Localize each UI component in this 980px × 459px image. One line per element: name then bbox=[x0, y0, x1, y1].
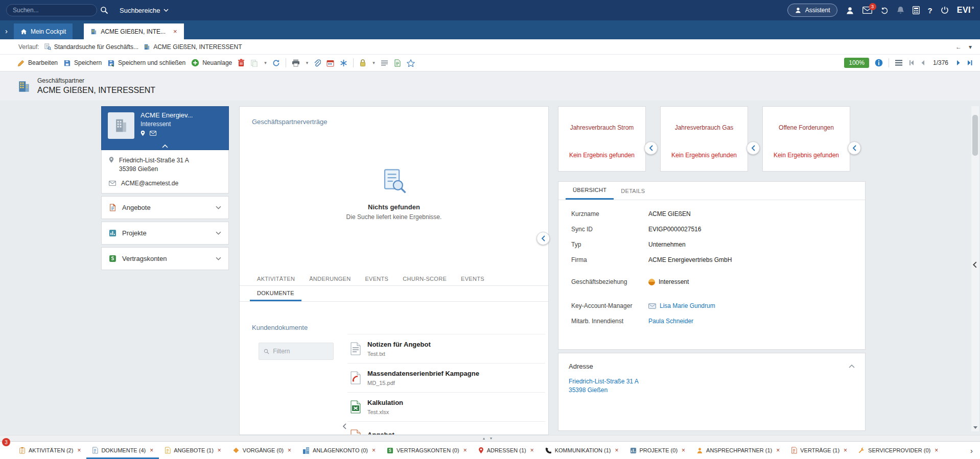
process-icon[interactable] bbox=[340, 59, 347, 67]
close-icon[interactable]: × bbox=[173, 28, 177, 35]
horizontal-scrollbar[interactable]: ▴ ▾ bbox=[0, 435, 980, 441]
breadcrumb-item-search[interactable]: Standardsuche für Geschäfts... bbox=[44, 43, 138, 51]
green-doc-icon[interactable] bbox=[394, 59, 401, 67]
filter-input[interactable] bbox=[273, 348, 329, 355]
favorite-star-icon[interactable] bbox=[407, 59, 415, 67]
kpi-prev-button[interactable] bbox=[644, 141, 658, 155]
zoom-badge[interactable]: 100% bbox=[844, 58, 869, 68]
chevron-down-icon[interactable]: ▾ bbox=[306, 60, 309, 65]
chevron-down-icon[interactable] bbox=[216, 257, 221, 260]
bottom-tab-vertragskonten[interactable]: VERTRAGSKONTEN (0) × bbox=[381, 442, 473, 459]
list-collapse-chevron-icon[interactable] bbox=[342, 423, 346, 429]
delete-icon[interactable] bbox=[238, 59, 245, 67]
kpi-prev-button[interactable] bbox=[746, 141, 760, 155]
close-icon[interactable]: × bbox=[615, 447, 618, 454]
bottom-tab-overflow-icon[interactable]: › bbox=[963, 442, 980, 459]
list-icon[interactable] bbox=[381, 60, 388, 66]
tab-details[interactable]: DETAILS bbox=[614, 182, 652, 200]
document-row[interactable]: Massendatenserienbrief Kampagne MD_15.pd… bbox=[347, 364, 545, 393]
chevron-down-icon[interactable]: ▾ bbox=[264, 60, 267, 65]
bell-icon[interactable] bbox=[897, 6, 904, 14]
close-icon[interactable]: × bbox=[218, 447, 221, 454]
bottom-tab-ansprechpartner[interactable]: ANSPRECHPARTNER (1) × bbox=[691, 442, 785, 459]
next-record-icon[interactable] bbox=[956, 60, 961, 66]
bottom-tab-aktivitaeten[interactable]: AKTIVITÄTEN (2) × bbox=[13, 442, 86, 459]
tab-aktivitaeten[interactable]: AKTIVITÄTEN bbox=[250, 272, 302, 285]
mail-icon[interactable] bbox=[150, 131, 156, 136]
bottom-tab-projekte[interactable]: PROJEKTE (0) × bbox=[624, 442, 691, 459]
splitter-down-icon[interactable]: ▾ bbox=[490, 436, 492, 441]
search-icon[interactable] bbox=[100, 6, 108, 14]
panel-collapse-button[interactable] bbox=[536, 232, 550, 245]
tab-dokumente[interactable]: DOKUMENTE bbox=[250, 286, 301, 301]
right-edge-expander-icon[interactable] bbox=[972, 261, 977, 268]
mail-icon[interactable]: 3 bbox=[862, 7, 872, 14]
tab-current-record[interactable]: ACME GIEßEN, INTE... × bbox=[84, 23, 183, 39]
close-icon[interactable]: × bbox=[77, 447, 81, 454]
address-link-line1[interactable]: Friedrich-List-Straße 31 A bbox=[569, 377, 855, 386]
splitter-up-icon[interactable]: ▴ bbox=[483, 436, 485, 441]
save-close-button[interactable]: Speichern und schließen bbox=[107, 59, 185, 67]
redo-icon[interactable] bbox=[880, 7, 889, 14]
tab-events[interactable]: EVENTS bbox=[358, 272, 395, 285]
section-vertragskonten[interactable]: Vertragskonten bbox=[101, 247, 229, 270]
close-icon[interactable]: × bbox=[288, 447, 291, 454]
bottom-tab-kommunikation[interactable]: KOMMUNIKATION (1) × bbox=[540, 442, 624, 459]
close-icon[interactable]: × bbox=[844, 447, 847, 454]
create-button[interactable]: Neuanlage bbox=[191, 59, 232, 67]
kpi-prev-button[interactable] bbox=[848, 141, 861, 155]
calculator-icon[interactable] bbox=[913, 6, 920, 14]
help-icon[interactable]: ? bbox=[928, 6, 932, 15]
collapse-card-chevron-icon[interactable] bbox=[162, 144, 168, 148]
vertical-scrollbar[interactable] bbox=[971, 106, 979, 431]
scrollbar-thumb[interactable] bbox=[972, 115, 978, 156]
section-angebote[interactable]: Angebote bbox=[101, 196, 229, 219]
refresh-icon[interactable] bbox=[272, 59, 280, 67]
chevron-down-icon[interactable] bbox=[216, 206, 221, 209]
close-icon[interactable]: × bbox=[150, 447, 153, 454]
bottom-tab-anlagenkonto[interactable]: ANLAGENKONTO (0) × bbox=[297, 442, 381, 459]
close-icon[interactable]: × bbox=[776, 447, 780, 454]
bottom-tab-vorgaenge[interactable]: VORGÄNGE (0) × bbox=[227, 442, 297, 459]
close-icon[interactable]: × bbox=[682, 447, 685, 454]
chevron-down-icon[interactable]: ▾ bbox=[969, 43, 972, 51]
search-areas-dropdown[interactable]: Suchbereiche bbox=[120, 7, 169, 14]
document-row[interactable]: Notizen für Angebot Test.txt bbox=[347, 334, 545, 364]
bottom-tab-adressen[interactable]: ADRESSEN (1) × bbox=[473, 442, 540, 459]
innendienst-link[interactable]: Paula Schneider bbox=[648, 318, 693, 325]
tab-uebersicht[interactable]: ÜBERSICHT bbox=[566, 182, 614, 200]
lock-icon[interactable] bbox=[359, 59, 366, 67]
bottom-tab-vertraege[interactable]: VERTRÄGE (1) × bbox=[785, 442, 853, 459]
scroll-up-arrow[interactable] bbox=[971, 106, 979, 114]
attachment-icon[interactable] bbox=[314, 59, 321, 67]
prev-record-icon[interactable] bbox=[920, 60, 925, 66]
location-pin-icon[interactable] bbox=[141, 130, 145, 136]
close-icon[interactable]: × bbox=[372, 447, 376, 454]
menu-icon[interactable] bbox=[895, 60, 903, 66]
info-icon[interactable] bbox=[875, 59, 883, 67]
tab-aenderungen[interactable]: ÄNDERUNGEN bbox=[302, 272, 358, 285]
bottom-tab-serviceprovider[interactable]: SERVICEPROVIDER (0) × bbox=[853, 442, 944, 459]
print-icon[interactable] bbox=[292, 59, 300, 67]
last-record-icon[interactable] bbox=[967, 60, 973, 66]
assistant-button[interactable]: Assistent bbox=[787, 4, 837, 17]
collapse-chevron-icon[interactable] bbox=[849, 365, 855, 368]
user-icon[interactable] bbox=[846, 6, 854, 15]
back-arrow-icon[interactable]: ← bbox=[955, 43, 962, 51]
key-account-manager-link[interactable]: Lisa Marie Gundrum bbox=[660, 302, 715, 309]
duplicate-icon[interactable] bbox=[250, 59, 258, 67]
tab-events-2[interactable]: EVENTS bbox=[454, 272, 492, 285]
chevron-down-icon[interactable]: ▾ bbox=[372, 60, 375, 65]
bottom-tab-dokumente[interactable]: DOKUMENTE (4) × bbox=[86, 442, 159, 459]
tab-mein-cockpit[interactable]: Mein Cockpit bbox=[14, 23, 73, 39]
edit-button[interactable]: Bearbeiten bbox=[17, 59, 58, 67]
close-icon[interactable]: × bbox=[935, 447, 938, 454]
power-icon[interactable] bbox=[941, 6, 949, 14]
document-row[interactable]: Angebot bbox=[347, 422, 545, 435]
first-record-icon[interactable] bbox=[908, 60, 915, 66]
scroll-down-arrow[interactable] bbox=[971, 424, 979, 431]
close-icon[interactable]: × bbox=[530, 447, 534, 454]
breadcrumb-item-record[interactable]: ACME GIEßEN, INTERESSENT bbox=[144, 43, 242, 51]
address-link-line2[interactable]: 35398 Gießen bbox=[569, 386, 855, 395]
document-row[interactable]: Kalkulation Test.xlsx bbox=[347, 393, 545, 422]
